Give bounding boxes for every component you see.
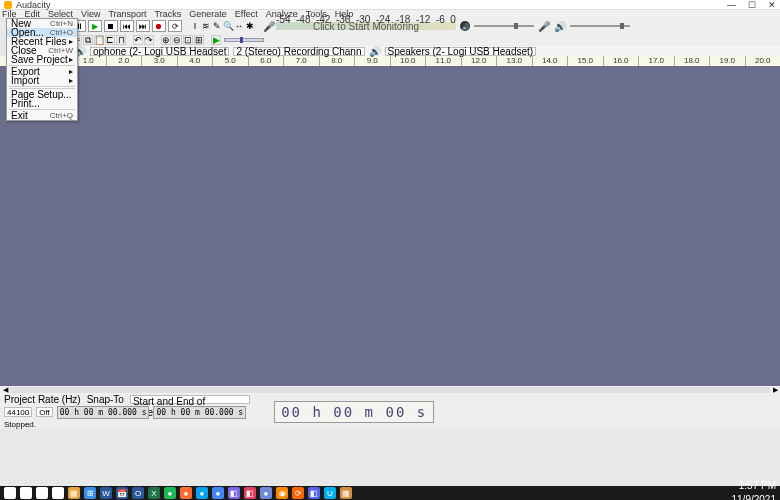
ruler-tick: 9.0 (354, 56, 390, 66)
ruler-tick: 8.0 (319, 56, 355, 66)
file-menu-dropdown: NewCtrl+NOpen...Ctrl+ORecent Files▸Close… (6, 18, 78, 121)
mic-icon: 🎤 (263, 21, 275, 32)
clock-date: 11/9/2021 (732, 495, 777, 500)
skip-end-button[interactable]: ⏭ (136, 20, 150, 32)
undo-button[interactable]: ↶ (133, 35, 143, 45)
ruler-tick: 6.0 (248, 56, 284, 66)
audio-position-time[interactable]: 00 h 00 m 00 s (274, 401, 434, 423)
taskbar-app[interactable]: X (148, 487, 160, 499)
zoom-out-button[interactable]: ⊖ (172, 35, 182, 45)
timeshift-tool-icon[interactable]: ↔ (234, 21, 244, 31)
taskbar-app[interactable]: ◧ (36, 487, 48, 499)
ruler-tick: 18.0 (674, 56, 710, 66)
project-rate-label: Project Rate (Hz) (4, 394, 81, 405)
system-tray[interactable]: 1:57 PM 11/9/2021 (732, 481, 777, 500)
file-menu-item-save-project[interactable]: Save Project▸ (7, 55, 77, 64)
taskbar-app[interactable]: ● (260, 487, 272, 499)
menu-view[interactable]: View (81, 9, 100, 19)
taskbar-app[interactable]: ● (180, 487, 192, 499)
mic-icon-2: 🎤 (538, 21, 550, 32)
taskbar-app[interactable]: ◧ (228, 487, 240, 499)
snap-to-label: Snap-To (87, 394, 124, 405)
play-at-speed-button[interactable]: ▶ (211, 35, 221, 45)
playback-icon: 🔊 (369, 46, 381, 57)
playback-device-select[interactable]: Speakers (2- Logi USB Headset) (385, 47, 537, 56)
draw-tool-icon[interactable]: ✎ (212, 21, 222, 31)
ruler-tick: 19.0 (709, 56, 745, 66)
ruler-tick: 20.0 (745, 56, 781, 66)
file-menu-item-exit[interactable]: ExitCtrl+Q (7, 111, 77, 120)
play-speed-slider[interactable] (224, 38, 264, 42)
paste-button[interactable]: 📋 (94, 35, 104, 45)
file-menu-item-import[interactable]: Import▸ (7, 76, 77, 85)
scroll-right-icon[interactable]: ▶ (770, 386, 780, 394)
file-menu-item-print-[interactable]: Print... (7, 99, 77, 108)
recording-device-select[interactable]: ophone (2- Logi USB Headset (90, 47, 229, 56)
loop-button[interactable]: ⟳ (168, 20, 182, 32)
windows-taskbar: ⊞○◧✉▦⊞W📅OX●●●●◧◧●◉⟳◧U▦ 1:57 PM 11/9/2021 (0, 486, 780, 500)
zoom-fit-button[interactable]: ⊡ (183, 35, 193, 45)
selection-start-time[interactable]: 00 h 00 m 00.000 s (57, 406, 150, 419)
project-rate-select[interactable]: 44100 (4, 407, 32, 417)
spk-icon: 🔊 (554, 21, 566, 32)
ruler-tick: 3.0 (141, 56, 177, 66)
track-canvas[interactable] (0, 66, 780, 386)
envelope-tool-icon[interactable]: ≋ (201, 21, 211, 31)
close-button[interactable]: ✕ (768, 0, 776, 10)
ruler-tick: 7.0 (283, 56, 319, 66)
play-volume-slider[interactable] (570, 25, 630, 27)
ruler-tick: 2.0 (106, 56, 142, 66)
play-button[interactable]: ▶ (88, 20, 102, 32)
taskbar-app[interactable]: ● (212, 487, 224, 499)
zoom-tool-icon[interactable]: 🔍 (223, 21, 233, 31)
minimize-button[interactable]: — (727, 0, 736, 10)
ruler-tick: 16.0 (603, 56, 639, 66)
transport-toolbar: ⏸ ▶ ⏹ ⏮ ⏭ ⏺ ⟳ I ≋ ✎ 🔍 ↔ ✱ 🎤 -54-48-42-36… (70, 18, 780, 34)
rec-volume-icon: 🔊 (460, 21, 470, 31)
selection-tool-icon[interactable]: I (190, 21, 200, 31)
redo-button[interactable]: ↷ (144, 35, 154, 45)
selection-mode-select[interactable]: Start and End of Selection (130, 395, 250, 404)
trim-button[interactable]: ⊏ (105, 35, 115, 45)
taskbar-app[interactable]: ● (196, 487, 208, 499)
taskbar-app[interactable]: ▦ (340, 487, 352, 499)
clock-time: 1:57 PM (739, 481, 776, 491)
menu-transport[interactable]: Transport (108, 9, 146, 19)
taskbar-app[interactable]: ● (164, 487, 176, 499)
menu-tracks[interactable]: Tracks (155, 9, 182, 19)
menu-effect[interactable]: Effect (235, 9, 258, 19)
taskbar-app[interactable]: O (132, 487, 144, 499)
snap-to-select[interactable]: Off (36, 407, 53, 417)
record-button[interactable]: ⏺ (152, 20, 166, 32)
ruler-tick: 11.0 (425, 56, 461, 66)
taskbar-app[interactable]: ⊞ (84, 487, 96, 499)
copy-button[interactable]: ⧉ (83, 35, 93, 45)
taskbar-app[interactable]: ⟳ (292, 487, 304, 499)
edit-toolbar: ✂ ⧉ 📋 ⊏ ⊓ ↶ ↷ ⊕ ⊖ ⊡ ⊞ ▶ (70, 34, 780, 46)
ruler-tick: 17.0 (638, 56, 674, 66)
recording-meter[interactable]: -54-48-42-36-30-24-18-12-60 Click to Sta… (276, 22, 456, 30)
taskbar-app[interactable]: ○ (20, 487, 32, 499)
taskbar-app[interactable]: ✉ (52, 487, 64, 499)
taskbar-app[interactable]: 📅 (116, 487, 128, 499)
multi-tool-icon[interactable]: ✱ (245, 21, 255, 31)
taskbar-app[interactable]: ▦ (68, 487, 80, 499)
stop-button[interactable]: ⏹ (104, 20, 118, 32)
taskbar-app[interactable]: ◉ (276, 487, 288, 499)
rec-volume-slider[interactable] (474, 25, 534, 27)
menu-generate[interactable]: Generate (189, 9, 227, 19)
selection-end-time[interactable]: 00 h 00 m 00.000 s (153, 406, 246, 419)
taskbar-app[interactable]: ◧ (244, 487, 256, 499)
skip-start-button[interactable]: ⏮ (120, 20, 134, 32)
channels-select[interactable]: 2 (Stereo) Recording Chann (233, 47, 364, 56)
taskbar-app[interactable]: W (100, 487, 112, 499)
zoom-toggle-button[interactable]: ⊞ (194, 35, 204, 45)
silence-button[interactable]: ⊓ (116, 35, 126, 45)
taskbar-app[interactable]: U (324, 487, 336, 499)
taskbar-app[interactable]: ⊞ (4, 487, 16, 499)
zoom-in-button[interactable]: ⊕ (161, 35, 171, 45)
maximize-button[interactable]: ☐ (748, 0, 756, 10)
app-icon (4, 1, 12, 9)
timeline-ruler[interactable]: 1.02.03.04.05.06.07.08.09.010.011.012.01… (0, 56, 780, 66)
taskbar-app[interactable]: ◧ (308, 487, 320, 499)
